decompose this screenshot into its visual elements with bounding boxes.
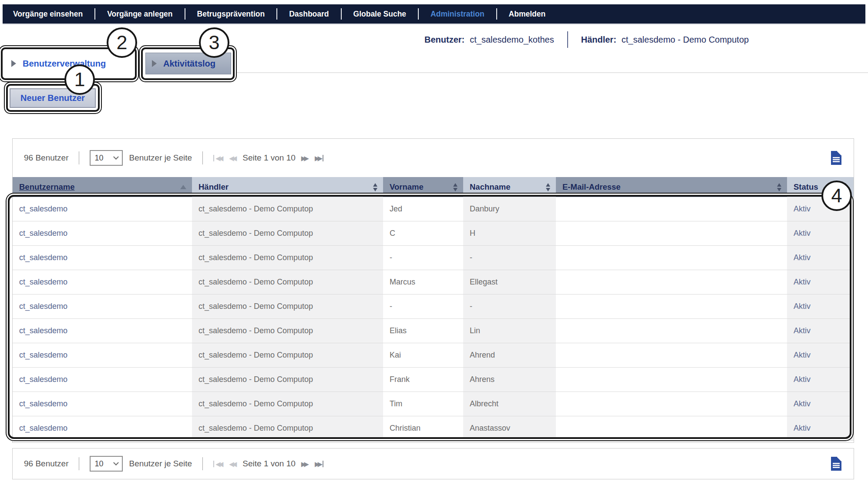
next-page-icon[interactable]: ▶▶ xyxy=(301,461,309,467)
table-cell[interactable]: ct_salesdemo xyxy=(13,319,192,343)
nav-separator xyxy=(185,8,185,20)
table-cell xyxy=(556,319,787,343)
user-table-container: 96 Benutzer 10 Benutzer je Seite ◀◀ ◀◀ S… xyxy=(12,138,854,443)
table-row[interactable]: ct_salesdemoct_salesdemo - Demo Computop… xyxy=(13,319,854,343)
annotation-circle-1: 1 xyxy=(64,64,95,95)
nav-item-betrugspraevention[interactable]: Betrugsprävention xyxy=(197,10,265,19)
nav-item-vorgaenge-einsehen[interactable]: Vorgänge einsehen xyxy=(13,10,83,19)
table-cell[interactable]: ct_salesdemo xyxy=(13,270,192,294)
per-page-label: Benutzer je Seite xyxy=(129,153,192,163)
table-cell[interactable]: ct_salesdemo xyxy=(13,392,192,416)
table-row[interactable]: ct_salesdemoct_salesdemo - Demo Computop… xyxy=(13,392,854,416)
table-cell[interactable]: ct_salesdemo xyxy=(13,221,192,245)
tab-label: Benutzerverwaltung xyxy=(23,59,106,69)
table-cell: ct_salesdemo - Demo Computop xyxy=(192,246,383,270)
table-cell[interactable]: ct_salesdemo xyxy=(13,197,192,221)
top-navbar: Vorgänge einsehen Vorgänge anlegen Betru… xyxy=(3,4,865,24)
table-cell xyxy=(556,270,787,294)
pagination-bar-bottom: 96 Benutzer 10 Benutzer je Seite ◀◀ ◀◀ S… xyxy=(13,449,854,479)
nav-item-vorgaenge-anlegen[interactable]: Vorgänge anlegen xyxy=(107,10,172,19)
last-page-icon[interactable]: ▶▶ xyxy=(315,155,323,161)
info-separator xyxy=(567,31,568,48)
table-cell: Ahrend xyxy=(463,343,556,367)
user-value: ct_salesdemo_kothes xyxy=(470,35,554,45)
table-cell[interactable]: ct_salesdemo xyxy=(13,246,192,270)
page-info: Seite 1 von 10 xyxy=(242,459,295,469)
table-cell: Anastassov xyxy=(463,416,556,440)
table-cell xyxy=(556,392,787,416)
pagination-separator xyxy=(202,457,203,470)
first-page-icon[interactable]: ◀◀ xyxy=(213,461,223,467)
table-row[interactable]: ct_salesdemoct_salesdemo - Demo Computop… xyxy=(13,197,854,221)
table-row[interactable]: ct_salesdemoct_salesdemo - Demo Computop… xyxy=(13,368,854,392)
annotation-circle-2: 2 xyxy=(107,27,137,58)
column-label: Vorname xyxy=(390,182,424,192)
nav-separator xyxy=(341,8,342,20)
pager: ◀◀ ◀◀ Seite 1 von 10 ▶▶ ▶▶ xyxy=(213,459,323,469)
column-header-email[interactable]: E-Mail-Adresse xyxy=(556,177,787,197)
table-row[interactable]: ct_salesdemoct_salesdemo - Demo Computop… xyxy=(13,246,854,270)
export-document-icon[interactable] xyxy=(830,456,842,471)
table-cell: Jed xyxy=(383,197,463,221)
table-cell: - xyxy=(463,295,556,318)
table-cell xyxy=(556,368,787,392)
page-size-select[interactable]: 10 xyxy=(90,456,123,472)
table-cell: Aktiv xyxy=(787,246,854,270)
table-cell: C xyxy=(383,221,463,245)
table-row[interactable]: ct_salesdemoct_salesdemo - Demo Computop… xyxy=(13,270,854,295)
table-row[interactable]: ct_salesdemoct_salesdemo - Demo Computop… xyxy=(13,343,854,368)
table-cell: - xyxy=(383,246,463,270)
table-row[interactable]: ct_salesdemoct_salesdemo - Demo Computop… xyxy=(13,416,854,441)
pagination-separator xyxy=(79,151,79,164)
pagination-bar-top: 96 Benutzer 10 Benutzer je Seite ◀◀ ◀◀ S… xyxy=(13,139,854,177)
table-cell[interactable]: ct_salesdemo xyxy=(13,295,192,318)
chevron-down-icon xyxy=(114,154,119,160)
table-cell: ct_salesdemo - Demo Computop xyxy=(192,295,383,318)
nav-item-dashboard[interactable]: Dashboard xyxy=(289,10,329,19)
table-cell[interactable]: ct_salesdemo xyxy=(13,343,192,367)
column-header-vorname[interactable]: Vorname xyxy=(383,177,463,197)
table-cell[interactable]: ct_salesdemo xyxy=(13,368,192,392)
table-cell xyxy=(556,246,787,270)
table-cell: ct_salesdemo - Demo Computop xyxy=(192,221,383,245)
session-info: Benutzer: ct_salesdemo_kothes Händler: c… xyxy=(424,30,749,49)
table-cell: Aktiv xyxy=(787,343,854,367)
pager: ◀◀ ◀◀ Seite 1 von 10 ▶▶ ▶▶ xyxy=(213,153,323,163)
table-cell[interactable]: ct_salesdemo xyxy=(13,416,192,440)
prev-page-icon[interactable]: ◀◀ xyxy=(229,461,237,467)
table-row[interactable]: ct_salesdemoct_salesdemo - Demo Computop… xyxy=(13,295,854,319)
table-cell: ct_salesdemo - Demo Computop xyxy=(192,343,383,367)
sort-both-icon xyxy=(777,183,781,191)
annotation-circle-3: 3 xyxy=(199,27,229,58)
table-cell: Albrecht xyxy=(463,392,556,416)
last-page-icon[interactable]: ▶▶ xyxy=(315,461,323,467)
nav-item-globale-suche[interactable]: Globale Suche xyxy=(353,10,407,19)
table-cell xyxy=(556,221,787,245)
table-cell: Aktiv xyxy=(787,319,854,343)
table-cell: Christian xyxy=(383,416,463,440)
next-page-icon[interactable]: ▶▶ xyxy=(301,155,309,161)
column-header-haendler[interactable]: Händler xyxy=(192,177,383,197)
triangle-right-icon xyxy=(11,60,16,67)
prev-page-icon[interactable]: ◀◀ xyxy=(229,155,237,161)
annotation-circle-4: 4 xyxy=(821,181,852,211)
table-cell: Frank xyxy=(383,368,463,392)
sort-asc-icon xyxy=(180,185,186,189)
first-page-icon[interactable]: ◀◀ xyxy=(213,155,223,161)
per-page-label: Benutzer je Seite xyxy=(129,459,192,469)
table-cell xyxy=(556,197,787,221)
nav-item-abmelden[interactable]: Abmelden xyxy=(509,10,546,19)
export-document-icon[interactable] xyxy=(830,151,842,165)
tab-bar-underline xyxy=(234,72,868,73)
nav-item-administration[interactable]: Administration xyxy=(431,10,484,19)
table-cell: - xyxy=(383,295,463,318)
pagination-separator xyxy=(202,151,203,164)
nav-separator xyxy=(276,8,277,20)
sort-both-icon xyxy=(546,183,550,191)
table-cell: Aktiv xyxy=(787,392,854,416)
table-cell xyxy=(556,295,787,318)
column-header-benutzername[interactable]: Benutzername xyxy=(13,177,192,197)
page-size-select[interactable]: 10 xyxy=(90,150,123,166)
table-row[interactable]: ct_salesdemoct_salesdemo - Demo Computop… xyxy=(13,221,854,246)
column-header-nachname[interactable]: Nachname xyxy=(463,177,556,197)
